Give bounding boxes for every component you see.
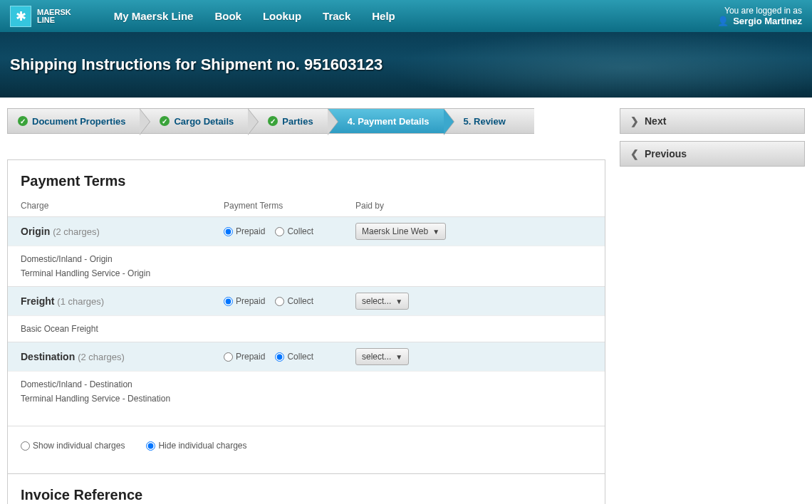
payment-terms-card: Payment Terms Charge Payment Terms Paid …	[7, 159, 605, 474]
charge-group-freight: Freight (1 charges) Prepaid Collect sele…	[8, 286, 605, 315]
next-button[interactable]: ❯ Next	[620, 108, 805, 134]
destination-paid-by-dropdown[interactable]: select... ▼	[355, 348, 409, 365]
primary-nav: My Maersk Line Book Lookup Track Help	[114, 10, 395, 22]
origin-paid-by-dropdown[interactable]: Maersk Line Web ▼	[355, 223, 446, 240]
step-cargo-details[interactable]: ✓ Cargo Details	[140, 108, 248, 134]
step-document-properties[interactable]: ✓ Document Properties	[7, 108, 140, 134]
charge-group-destination: Destination (2 charges) Prepaid Collect …	[8, 342, 605, 371]
origin-charge-lines: Domestic/Inland - Origin Terminal Handli…	[8, 246, 605, 286]
wizard-steps: ✓ Document Properties ✓ Cargo Details ✓ …	[7, 108, 605, 134]
charges-display-toggle: Show individual charges Hide individual …	[8, 426, 605, 465]
check-icon: ✓	[18, 116, 28, 126]
hide-individual-radio[interactable]: Hide individual charges	[146, 441, 246, 451]
top-nav-bar: ✱ MAERSK LINE My Maersk Line Book Lookup…	[0, 0, 812, 32]
origin-collect-radio[interactable]: Collect	[275, 226, 313, 236]
page-title: Shipping Instructions for Shipment no. 9…	[10, 56, 382, 74]
step-review[interactable]: 5. Review	[444, 108, 534, 134]
show-individual-radio[interactable]: Show individual charges	[21, 441, 125, 451]
nav-track[interactable]: Track	[323, 10, 350, 22]
brand-text-bottom: LINE	[37, 16, 71, 24]
user-info: You are logged in as 👤 Sergio Martinez	[717, 6, 802, 26]
caret-down-icon: ▼	[395, 353, 402, 361]
origin-prepaid-radio[interactable]: Prepaid	[224, 226, 265, 236]
destination-prepaid-radio[interactable]: Prepaid	[224, 352, 265, 362]
star-icon: ✱	[10, 6, 31, 27]
step-parties[interactable]: ✓ Parties	[248, 108, 327, 134]
brand-logo[interactable]: ✱ MAERSK LINE	[10, 6, 71, 27]
caret-down-icon: ▼	[395, 298, 402, 305]
destination-collect-radio[interactable]: Collect	[275, 352, 313, 362]
nav-lookup[interactable]: Lookup	[263, 10, 301, 22]
chevron-left-icon: ❮	[630, 148, 639, 159]
nav-help[interactable]: Help	[372, 10, 395, 22]
destination-charge-lines: Domestic/Inland - Destination Terminal H…	[8, 371, 605, 411]
payment-terms-title: Payment Terms	[21, 173, 592, 189]
user-icon: 👤	[717, 16, 729, 26]
user-name[interactable]: Sergio Martinez	[733, 16, 802, 26]
table-header: Charge Payment Terms Paid by	[21, 198, 592, 216]
nav-my-maersk[interactable]: My Maersk Line	[114, 10, 194, 22]
freight-paid-by-dropdown[interactable]: select... ▼	[355, 293, 409, 310]
previous-button[interactable]: ❮ Previous	[620, 141, 805, 167]
invoice-reference-title: Invoice Reference	[21, 487, 592, 503]
login-prefix: You are logged in as	[717, 6, 802, 16]
invoice-reference-card: Invoice Reference Reference to display o…	[7, 474, 605, 504]
freight-prepaid-radio[interactable]: Prepaid	[224, 296, 265, 306]
check-icon: ✓	[160, 116, 170, 126]
charge-group-origin: Origin (2 charges) Prepaid Collect Maers…	[8, 216, 605, 246]
caret-down-icon: ▼	[432, 228, 439, 236]
freight-charge-lines: Basic Ocean Freight	[8, 315, 605, 342]
page-hero: Shipping Instructions for Shipment no. 9…	[0, 32, 812, 98]
ship-background	[349, 32, 812, 98]
nav-book[interactable]: Book	[214, 10, 241, 22]
check-icon: ✓	[268, 116, 278, 126]
brand-text-top: MAERSK	[37, 9, 71, 16]
freight-collect-radio[interactable]: Collect	[275, 296, 313, 306]
step-payment-details[interactable]: 4. Payment Details	[328, 108, 444, 134]
chevron-right-icon: ❯	[630, 115, 639, 127]
